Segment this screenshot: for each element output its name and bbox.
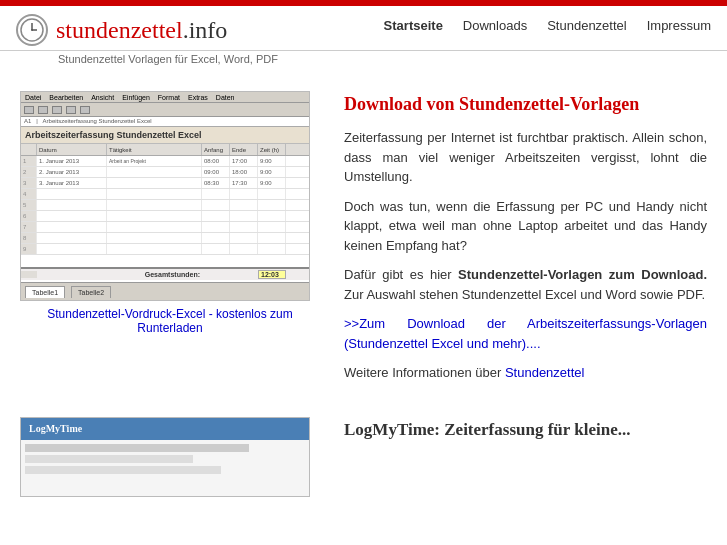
excel-download-link[interactable]: Stundenzettel-Vordruck-Excel - kostenlos… — [20, 307, 320, 335]
section2-text: LogMyTime: Zeiterfassung für kleine... — [344, 417, 707, 497]
excel-row: 3 3. Januar 2013 08:30 17:30 9:00 — [21, 178, 309, 189]
section2-title: LogMyTime: Zeiterfassung für kleine... — [344, 417, 707, 443]
excel-tabs: Tabelle1 Tabelle2 — [21, 282, 309, 300]
logmytime-content — [21, 440, 309, 497]
excel-row: 2 2. Januar 2013 09:00 18:00 9:00 — [21, 167, 309, 178]
section2-image-area: LogMyTime — [20, 417, 320, 497]
section1-text: Download von Stundenzettel-Vorlagen Zeit… — [344, 91, 707, 393]
main-content: DateiBearbeitenAnsichtEinfügenFormatExtr… — [0, 71, 727, 541]
excel-menu-bar: DateiBearbeitenAnsichtEinfügenFormatExtr… — [21, 92, 309, 103]
nav-startseite[interactable]: Startseite — [384, 18, 443, 33]
excel-row: 1 1. Januar 2013 Arbeit an Projekt 08:00… — [21, 156, 309, 167]
excel-row: 5 — [21, 200, 309, 211]
excel-col-headers: Datum Tätigkeit Anfang Ende Zeit (h) — [21, 144, 309, 156]
excel-total-row: Gesamtstunden: 12:03 — [21, 267, 309, 280]
excel-toolbar — [21, 103, 309, 117]
section-logmytime: LogMyTime LogMyTime: Zeiterfassung für k… — [20, 417, 707, 497]
excel-row: 4 — [21, 189, 309, 200]
excel-row: 6 — [21, 211, 309, 222]
section1-para2: Doch was tun, wenn die Erfassung per PC … — [344, 197, 707, 256]
excel-screenshot: DateiBearbeitenAnsichtEinfügenFormatExtr… — [20, 91, 310, 301]
logmytime-logo-text: LogMyTime — [29, 423, 82, 434]
logmytime-bar: LogMyTime — [21, 418, 309, 440]
excel-formula-bar: A1 | Arbeitszeiterfassung Stundenzettel … — [21, 117, 309, 127]
excel-row: 8 — [21, 233, 309, 244]
stundenzettel-link[interactable]: Stundenzettel — [505, 365, 585, 380]
clock-icon — [16, 14, 48, 46]
nav-downloads[interactable]: Downloads — [463, 18, 527, 33]
section1-para1: Zeiterfassung per Internet ist furchtbar… — [344, 128, 707, 187]
section1-download-link-para: >>Zum Download der Arbeitszeiterfassungs… — [344, 314, 707, 353]
download-link[interactable]: >>Zum Download der Arbeitszeiterfassungs… — [344, 316, 707, 351]
section-stundenzettel: DateiBearbeitenAnsichtEinfügenFormatExtr… — [20, 91, 707, 393]
section1-image-area: DateiBearbeitenAnsichtEinfügenFormatExtr… — [20, 91, 320, 393]
logo-text[interactable]: stundenzettel.info — [56, 17, 227, 44]
section1-para4: Weitere Informationen über Stundenzettel — [344, 363, 707, 383]
main-nav: Startseite Downloads Stundenzettel Impre… — [384, 14, 711, 33]
site-header: stundenzettel.info Startseite Downloads … — [0, 6, 727, 51]
section1-title: Download von Stundenzettel-Vorlagen — [344, 91, 707, 118]
section1-para3: Dafür gibt es hier Stundenzettel-Vorlage… — [344, 265, 707, 304]
nav-stundenzettel[interactable]: Stundenzettel — [547, 18, 627, 33]
svg-point-3 — [31, 29, 33, 31]
logo-area: stundenzettel.info — [16, 14, 227, 46]
excel-row: 9 — [21, 244, 309, 255]
nav-impressum[interactable]: Impressum — [647, 18, 711, 33]
excel-row: 7 — [21, 222, 309, 233]
excel-title-row: Arbeitszeiterfassung Stundenzettel Excel — [21, 127, 309, 144]
excel-mock: DateiBearbeitenAnsichtEinfügenFormatExtr… — [21, 92, 309, 300]
logmytime-screenshot: LogMyTime — [20, 417, 310, 497]
site-tagline: Stundenzettel Vorlagen für Excel, Word, … — [0, 51, 727, 71]
